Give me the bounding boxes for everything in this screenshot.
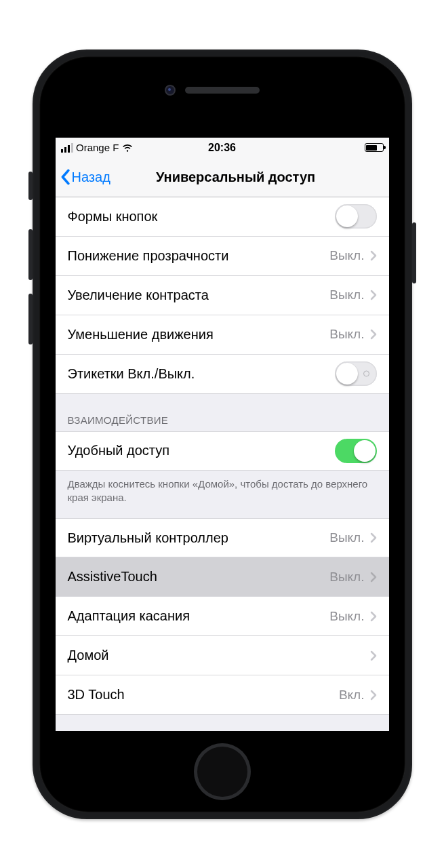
row-reduce-motion[interactable]: Уменьшение движения Выкл. [56, 315, 389, 355]
chevron-right-icon [370, 250, 377, 261]
row-value: Вкл. [339, 688, 365, 703]
volume-down-button [28, 294, 33, 344]
status-bar: Orange F 20:36 [56, 138, 389, 158]
mute-switch [28, 172, 33, 200]
chevron-left-icon [60, 169, 70, 185]
home-button[interactable] [194, 743, 251, 800]
row-3d-touch[interactable]: 3D Touch Вкл. [56, 675, 389, 715]
row-value: Выкл. [329, 327, 364, 342]
back-button[interactable]: Назад [60, 169, 110, 185]
power-button [412, 222, 416, 283]
toggle-reachability[interactable] [335, 439, 377, 463]
signal-icon [61, 143, 74, 153]
row-label: Формы кнопок [68, 209, 335, 224]
toggle-button-shapes[interactable] [335, 204, 377, 229]
volume-up-button [28, 229, 33, 280]
front-camera [165, 85, 176, 96]
section-header-interaction: ВЗАИМОДЕЙСТВИЕ [56, 394, 389, 431]
row-label: Виртуальный контроллер [68, 530, 330, 546]
row-onoff-labels[interactable]: Этикетки Вкл./Выкл. [56, 355, 389, 394]
row-value: Выкл. [329, 248, 364, 263]
chevron-right-icon [370, 532, 377, 543]
row-reduce-transparency[interactable]: Понижение прозрачности Выкл. [56, 237, 389, 276]
row-label: Этикетки Вкл./Выкл. [68, 366, 335, 382]
row-label: Удобный доступ [68, 443, 335, 458]
row-increase-contrast[interactable]: Увеличение контраста Выкл. [56, 276, 389, 315]
row-home[interactable]: Домой [56, 636, 389, 675]
settings-list[interactable]: Формы кнопок Понижение прозрачности Выкл… [56, 197, 389, 724]
row-label: 3D Touch [68, 687, 339, 703]
reachability-group: Удобный доступ [56, 431, 389, 471]
page-title: Универсальный доступ [156, 170, 315, 184]
chevron-right-icon [370, 572, 377, 583]
wifi-icon [121, 142, 134, 154]
interaction-group: Виртуальный контроллер Выкл. AssistiveTo… [56, 518, 389, 715]
row-button-shapes[interactable]: Формы кнопок [56, 197, 389, 237]
row-value: Выкл. [329, 570, 364, 585]
screen: Orange F 20:36 Назад Универсальный досту… [56, 138, 389, 731]
row-switch-control[interactable]: Виртуальный контроллер Выкл. [56, 518, 389, 557]
earpiece-speaker [185, 87, 260, 94]
toggle-onoff-labels[interactable] [335, 361, 377, 386]
chevron-right-icon [370, 329, 377, 340]
row-label: Увеличение контраста [68, 288, 330, 303]
back-label: Назад [72, 170, 110, 185]
row-assistivetouch[interactable]: AssistiveTouch Выкл. [56, 557, 389, 597]
row-label: Адаптация касания [68, 608, 330, 624]
chevron-right-icon [370, 611, 377, 622]
row-value: Выкл. [329, 609, 364, 624]
section-footer-reachability: Дважды коснитесь кнопки «Домой», чтобы д… [56, 471, 389, 519]
row-label: Домой [68, 648, 365, 663]
chevron-right-icon [370, 290, 377, 300]
row-value: Выкл. [329, 530, 364, 545]
row-label: Уменьшение движения [68, 327, 330, 342]
chevron-right-icon [370, 650, 377, 661]
battery-icon [365, 143, 384, 152]
vision-group: Формы кнопок Понижение прозрачности Выкл… [56, 197, 389, 394]
navigation-bar: Назад Универсальный доступ [56, 158, 389, 197]
carrier-label: Orange F [76, 142, 119, 153]
row-reachability[interactable]: Удобный доступ [56, 431, 389, 471]
row-label: AssistiveTouch [68, 569, 330, 585]
row-label: Понижение прозрачности [68, 248, 330, 264]
chevron-right-icon [370, 690, 377, 701]
row-value: Выкл. [329, 288, 364, 302]
phone-frame: Orange F 20:36 Назад Универсальный досту… [33, 50, 412, 819]
row-touch-accommodations[interactable]: Адаптация касания Выкл. [56, 597, 389, 636]
